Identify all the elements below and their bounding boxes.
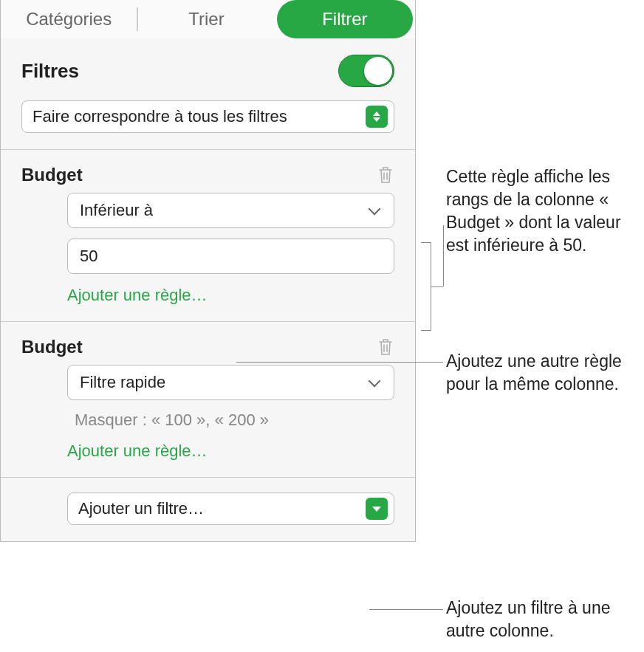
updown-icon — [366, 106, 388, 128]
quick-filter-hint: Masquer : « 100 », « 200 » — [67, 411, 394, 440]
callout-add-filter-description: Ajoutez un filtre à une autre colonne. — [446, 597, 644, 642]
operator-select[interactable]: Inférieur à — [67, 193, 394, 228]
callout-add-rule-description: Ajoutez une autre règle pour la même col… — [446, 350, 644, 396]
tab-categories[interactable]: Catégories — [1, 0, 137, 38]
operator-select[interactable]: Filtre rapide — [67, 365, 394, 400]
dropdown-icon — [366, 498, 388, 520]
tab-label: Filtrer — [322, 9, 367, 30]
filter-group-title: Budget — [21, 337, 83, 357]
add-rule-link[interactable]: Ajouter une règle… — [67, 284, 394, 321]
chevron-down-icon — [369, 206, 382, 215]
filters-header: Filtres — [1, 38, 415, 96]
filter-rule-controls: Filtre rapide Masquer : « 100 », « 200 »… — [1, 365, 415, 477]
filter-panel: Catégories Trier Filtrer Filtres Faire c… — [0, 0, 416, 542]
callout-connector — [369, 609, 443, 610]
callout-rule-description: Cette règle affiche les rangs de la colo… — [446, 165, 644, 257]
match-mode-select[interactable]: Faire correspondre à tous les filtres — [21, 100, 394, 133]
operator-label: Filtre rapide — [80, 373, 165, 392]
match-mode-row: Faire correspondre à tous les filtres — [1, 96, 415, 149]
filter-group-header: Budget — [1, 150, 415, 193]
panel-tabs: Catégories Trier Filtrer — [1, 0, 415, 38]
add-filter-row: Ajouter un filtre… — [1, 478, 415, 541]
tab-label: Trier — [188, 9, 224, 30]
tab-filter[interactable]: Filtrer — [277, 0, 413, 38]
add-filter-label: Ajouter un filtre… — [78, 499, 204, 518]
tab-label: Catégories — [26, 9, 112, 30]
filters-title: Filtres — [21, 60, 79, 83]
trash-icon[interactable] — [377, 165, 394, 185]
filter-rule-controls: Inférieur à Ajouter une règle… — [1, 193, 415, 321]
callout-connector — [443, 225, 444, 286]
chevron-down-icon — [369, 378, 382, 387]
add-rule-link[interactable]: Ajouter une règle… — [67, 440, 394, 477]
filter-group-header: Budget — [1, 322, 415, 365]
callout-connector — [236, 362, 443, 363]
operator-label: Inférieur à — [80, 201, 153, 220]
tab-sort[interactable]: Trier — [138, 0, 274, 38]
callout-bracket — [421, 242, 431, 331]
value-input[interactable] — [67, 239, 394, 274]
match-mode-label: Faire correspondre à tous les filtres — [32, 107, 287, 126]
callout-connector — [431, 286, 443, 287]
add-filter-select[interactable]: Ajouter un filtre… — [67, 493, 394, 525]
filter-group-title: Budget — [21, 165, 83, 185]
filters-toggle[interactable] — [338, 55, 394, 87]
trash-icon[interactable] — [377, 337, 394, 357]
